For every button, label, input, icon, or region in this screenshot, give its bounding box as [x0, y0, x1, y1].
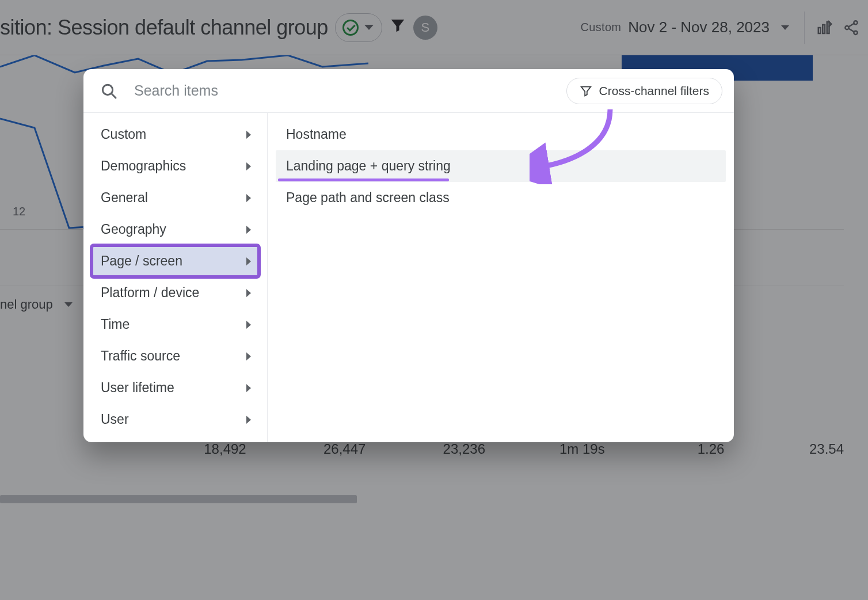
chevron-right-icon — [246, 352, 251, 360]
category-item-label: Traffic source — [101, 348, 180, 364]
chevron-right-icon — [246, 289, 251, 297]
chevron-right-icon — [246, 131, 251, 139]
option-item[interactable]: Hostname — [276, 119, 726, 150]
category-item[interactable]: Traffic source — [92, 340, 259, 372]
category-item[interactable]: General — [92, 182, 259, 214]
category-item[interactable]: Demographics — [92, 150, 259, 182]
option-column: HostnameLanding page + query stringPage … — [268, 113, 734, 442]
category-item[interactable]: Time — [92, 309, 259, 340]
category-item-label: Geography — [101, 222, 166, 237]
category-item-label: User — [101, 412, 129, 427]
chevron-right-icon — [246, 321, 251, 329]
svg-point-6 — [102, 85, 112, 94]
category-column: CustomDemographicsGeneralGeographyPage /… — [83, 113, 268, 442]
chevron-right-icon — [246, 226, 251, 234]
chevron-right-icon — [246, 162, 251, 170]
category-item-label: Custom — [101, 127, 146, 142]
category-item[interactable]: User — [92, 404, 259, 435]
search-input[interactable] — [134, 82, 550, 99]
category-item[interactable]: Custom — [92, 119, 259, 150]
filter-icon — [580, 85, 592, 97]
category-item-label: Demographics — [101, 158, 186, 174]
category-item-label: Time — [101, 317, 130, 332]
category-item[interactable]: Platform / device — [92, 277, 259, 309]
annotation-underline — [278, 179, 449, 181]
category-item[interactable]: User lifetime — [92, 372, 259, 404]
cross-channel-filters-label: Cross-channel filters — [599, 84, 709, 98]
dimension-picker-modal: Cross-channel filters CustomDemographics… — [83, 69, 734, 442]
chevron-right-icon — [246, 257, 251, 265]
category-item[interactable]: Page / screen — [92, 245, 259, 277]
option-item[interactable]: Landing page + query string — [276, 150, 726, 182]
chevron-right-icon — [246, 416, 251, 424]
chevron-right-icon — [246, 194, 251, 202]
cross-channel-filters-button[interactable]: Cross-channel filters — [566, 78, 722, 104]
option-item[interactable]: Page path and screen class — [276, 182, 726, 214]
category-item-label: Platform / device — [101, 285, 199, 301]
category-item[interactable]: Geography — [92, 214, 259, 245]
search-icon — [100, 82, 118, 100]
modal-search-row: Cross-channel filters — [83, 69, 734, 113]
category-item-label: User lifetime — [101, 380, 174, 396]
chevron-right-icon — [246, 384, 251, 392]
category-item-label: Page / screen — [101, 253, 182, 269]
category-item-label: General — [101, 190, 148, 206]
